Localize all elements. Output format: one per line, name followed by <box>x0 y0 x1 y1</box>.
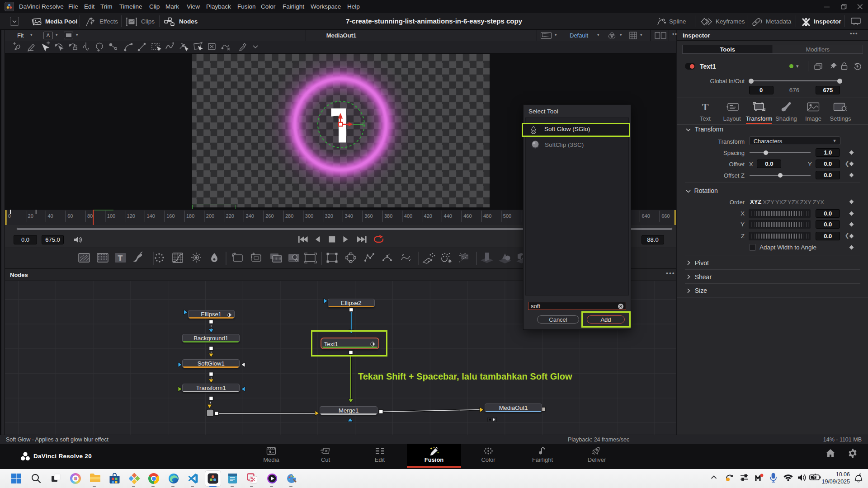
svg-text:180: 180 <box>186 213 194 219</box>
svg-text:160: 160 <box>166 213 175 219</box>
svg-text:260: 260 <box>265 213 274 219</box>
svg-text:80: 80 <box>87 213 93 219</box>
svg-text:T: T <box>702 102 709 112</box>
svg-text:240: 240 <box>245 213 254 219</box>
svg-text:120: 120 <box>127 213 135 219</box>
svg-text:660: 660 <box>661 213 670 219</box>
svg-text:380: 380 <box>384 213 392 219</box>
svg-text:400: 400 <box>404 213 412 219</box>
svg-text:0: 0 <box>8 213 11 219</box>
svg-text:340: 340 <box>344 213 353 219</box>
svg-text:640: 640 <box>642 213 650 219</box>
svg-text:140: 140 <box>146 213 155 219</box>
svg-text:440: 440 <box>443 213 452 219</box>
svg-text:300: 300 <box>305 213 313 219</box>
svg-text:460: 460 <box>463 213 472 219</box>
svg-text:200: 200 <box>206 213 214 219</box>
svg-text:60: 60 <box>67 213 73 219</box>
svg-text:280: 280 <box>285 213 293 219</box>
svg-text:480: 480 <box>483 213 491 219</box>
svg-text:500: 500 <box>503 213 511 219</box>
svg-text:360: 360 <box>364 213 373 219</box>
svg-text:20: 20 <box>28 213 33 219</box>
svg-text:220: 220 <box>226 213 234 219</box>
svg-text:T: T <box>118 254 123 262</box>
svg-text:420: 420 <box>424 213 432 219</box>
svg-text:40: 40 <box>47 213 53 219</box>
svg-text:320: 320 <box>325 213 333 219</box>
svg-text:100: 100 <box>107 213 115 219</box>
